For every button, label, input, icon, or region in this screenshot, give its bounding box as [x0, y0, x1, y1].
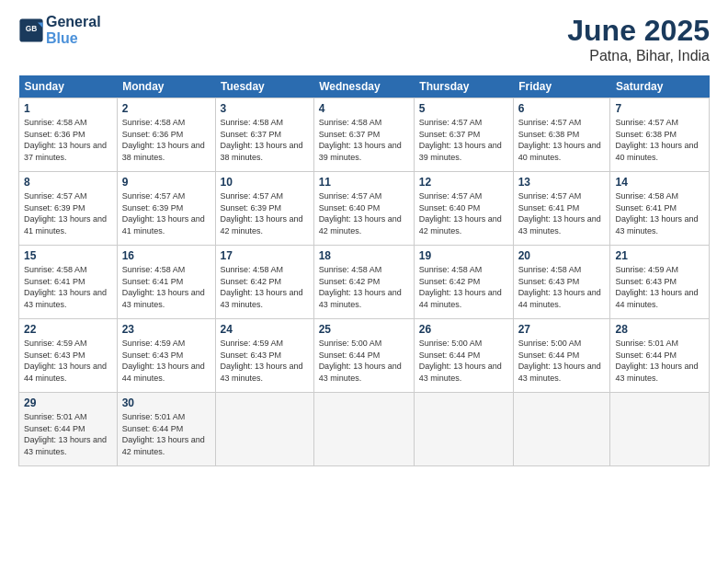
day-number: 6	[518, 102, 606, 115]
calendar-cell: 28 Sunrise: 5:01 AMSunset: 6:44 PMDaylig…	[610, 319, 710, 393]
calendar-cell: 6 Sunrise: 4:57 AMSunset: 6:38 PMDayligh…	[513, 98, 610, 172]
calendar-cell	[215, 393, 313, 466]
calendar-row-0: 1 Sunrise: 4:58 AMSunset: 6:36 PMDayligh…	[19, 98, 710, 172]
day-info: Sunrise: 4:59 AMSunset: 6:43 PMDaylight:…	[221, 338, 309, 384]
col-tuesday: Tuesday	[215, 75, 313, 98]
day-info: Sunrise: 4:57 AMSunset: 6:37 PMDaylight:…	[419, 117, 508, 163]
col-wednesday: Wednesday	[313, 75, 414, 98]
calendar-cell: 8 Sunrise: 4:57 AMSunset: 6:39 PMDayligh…	[19, 172, 118, 246]
day-number: 9	[122, 176, 210, 189]
day-number: 27	[518, 323, 606, 336]
day-info: Sunrise: 4:58 AMSunset: 6:43 PMDaylight:…	[518, 264, 606, 310]
day-number: 16	[122, 249, 210, 262]
day-number: 1	[24, 102, 112, 115]
day-info: Sunrise: 5:01 AMSunset: 6:44 PMDaylight:…	[122, 411, 210, 457]
day-number: 15	[24, 249, 112, 262]
day-number: 7	[615, 102, 704, 115]
day-info: Sunrise: 4:59 AMSunset: 6:43 PMDaylight:…	[24, 338, 112, 384]
day-number: 21	[615, 249, 704, 262]
day-number: 19	[419, 249, 508, 262]
logo: GB General Blue	[18, 14, 101, 46]
logo-icon: GB	[18, 17, 44, 43]
calendar-row-4: 29 Sunrise: 5:01 AMSunset: 6:44 PMDaylig…	[19, 393, 710, 466]
calendar-cell: 30 Sunrise: 5:01 AMSunset: 6:44 PMDaylig…	[117, 393, 215, 466]
day-number: 18	[319, 249, 409, 262]
day-info: Sunrise: 4:58 AMSunset: 6:37 PMDaylight:…	[319, 117, 409, 163]
logo-blue: Blue	[46, 30, 101, 47]
calendar-cell: 12 Sunrise: 4:57 AMSunset: 6:40 PMDaylig…	[414, 172, 513, 246]
calendar-cell: 16 Sunrise: 4:58 AMSunset: 6:41 PMDaylig…	[117, 246, 215, 319]
calendar-cell: 27 Sunrise: 5:00 AMSunset: 6:44 PMDaylig…	[513, 319, 610, 393]
calendar-row-3: 22 Sunrise: 4:59 AMSunset: 6:43 PMDaylig…	[19, 319, 710, 393]
day-info: Sunrise: 4:57 AMSunset: 6:39 PMDaylight:…	[122, 190, 210, 236]
calendar-cell: 21 Sunrise: 4:59 AMSunset: 6:43 PMDaylig…	[610, 246, 710, 319]
day-info: Sunrise: 4:57 AMSunset: 6:39 PMDaylight:…	[24, 190, 112, 236]
day-number: 3	[221, 102, 309, 115]
day-info: Sunrise: 4:58 AMSunset: 6:36 PMDaylight:…	[122, 117, 210, 163]
day-info: Sunrise: 4:58 AMSunset: 6:41 PMDaylight:…	[24, 264, 112, 310]
calendar-row-2: 15 Sunrise: 4:58 AMSunset: 6:41 PMDaylig…	[19, 246, 710, 319]
col-saturday: Saturday	[610, 75, 710, 98]
calendar-cell: 15 Sunrise: 4:58 AMSunset: 6:41 PMDaylig…	[19, 246, 118, 319]
day-info: Sunrise: 4:57 AMSunset: 6:40 PMDaylight:…	[419, 190, 508, 236]
day-info: Sunrise: 4:57 AMSunset: 6:40 PMDaylight:…	[319, 190, 409, 236]
day-number: 14	[615, 176, 704, 189]
day-number: 4	[319, 102, 409, 115]
calendar-cell: 26 Sunrise: 5:00 AMSunset: 6:44 PMDaylig…	[414, 319, 513, 393]
calendar-cell: 5 Sunrise: 4:57 AMSunset: 6:37 PMDayligh…	[414, 98, 513, 172]
day-number: 13	[518, 176, 606, 189]
day-number: 28	[615, 323, 704, 336]
day-info: Sunrise: 5:00 AMSunset: 6:44 PMDaylight:…	[419, 338, 508, 384]
day-number: 10	[221, 176, 309, 189]
day-info: Sunrise: 4:59 AMSunset: 6:43 PMDaylight:…	[615, 264, 704, 310]
day-info: Sunrise: 4:58 AMSunset: 6:42 PMDaylight:…	[419, 264, 508, 310]
calendar-cell: 29 Sunrise: 5:01 AMSunset: 6:44 PMDaylig…	[19, 393, 118, 466]
day-info: Sunrise: 4:59 AMSunset: 6:43 PMDaylight:…	[122, 338, 210, 384]
day-number: 23	[122, 323, 210, 336]
calendar-cell: 2 Sunrise: 4:58 AMSunset: 6:36 PMDayligh…	[117, 98, 215, 172]
calendar-cell	[414, 393, 513, 466]
calendar-page: GB General Blue June 2025 Patna, Bihar, …	[0, 0, 728, 563]
calendar-cell: 18 Sunrise: 4:58 AMSunset: 6:42 PMDaylig…	[313, 246, 414, 319]
calendar-cell: 17 Sunrise: 4:58 AMSunset: 6:42 PMDaylig…	[215, 246, 313, 319]
calendar-row-1: 8 Sunrise: 4:57 AMSunset: 6:39 PMDayligh…	[19, 172, 710, 246]
day-number: 29	[24, 396, 112, 409]
calendar-cell: 10 Sunrise: 4:57 AMSunset: 6:39 PMDaylig…	[215, 172, 313, 246]
calendar-title: June 2025	[567, 14, 710, 48]
calendar-cell: 19 Sunrise: 4:58 AMSunset: 6:42 PMDaylig…	[414, 246, 513, 319]
day-info: Sunrise: 4:58 AMSunset: 6:41 PMDaylight:…	[122, 264, 210, 310]
col-monday: Monday	[117, 75, 215, 98]
day-info: Sunrise: 5:01 AMSunset: 6:44 PMDaylight:…	[615, 338, 704, 384]
day-number: 20	[518, 249, 606, 262]
calendar-subtitle: Patna, Bihar, India	[567, 48, 710, 64]
day-number: 24	[221, 323, 309, 336]
day-info: Sunrise: 4:58 AMSunset: 6:36 PMDaylight:…	[24, 117, 112, 163]
day-number: 8	[24, 176, 112, 189]
day-info: Sunrise: 4:58 AMSunset: 6:42 PMDaylight:…	[221, 264, 309, 310]
day-number: 25	[319, 323, 409, 336]
day-number: 22	[24, 323, 112, 336]
day-number: 30	[122, 396, 210, 409]
day-info: Sunrise: 4:58 AMSunset: 6:41 PMDaylight:…	[615, 190, 704, 236]
day-info: Sunrise: 4:57 AMSunset: 6:41 PMDaylight:…	[518, 190, 606, 236]
calendar-cell: 22 Sunrise: 4:59 AMSunset: 6:43 PMDaylig…	[19, 319, 118, 393]
col-sunday: Sunday	[19, 75, 118, 98]
day-number: 5	[419, 102, 508, 115]
calendar-cell: 13 Sunrise: 4:57 AMSunset: 6:41 PMDaylig…	[513, 172, 610, 246]
day-info: Sunrise: 4:57 AMSunset: 6:39 PMDaylight:…	[221, 190, 309, 236]
calendar-cell: 7 Sunrise: 4:57 AMSunset: 6:38 PMDayligh…	[610, 98, 710, 172]
calendar-cell: 11 Sunrise: 4:57 AMSunset: 6:40 PMDaylig…	[313, 172, 414, 246]
svg-text:GB: GB	[26, 24, 38, 33]
calendar-cell: 1 Sunrise: 4:58 AMSunset: 6:36 PMDayligh…	[19, 98, 118, 172]
logo-general: General	[46, 14, 101, 30]
calendar-cell: 14 Sunrise: 4:58 AMSunset: 6:41 PMDaylig…	[610, 172, 710, 246]
calendar-cell: 4 Sunrise: 4:58 AMSunset: 6:37 PMDayligh…	[313, 98, 414, 172]
day-info: Sunrise: 5:01 AMSunset: 6:44 PMDaylight:…	[24, 411, 112, 457]
day-info: Sunrise: 4:58 AMSunset: 6:42 PMDaylight:…	[319, 264, 409, 310]
col-friday: Friday	[513, 75, 610, 98]
calendar-cell: 20 Sunrise: 4:58 AMSunset: 6:43 PMDaylig…	[513, 246, 610, 319]
header: GB General Blue June 2025 Patna, Bihar, …	[18, 14, 710, 64]
day-number: 17	[221, 249, 309, 262]
day-info: Sunrise: 4:58 AMSunset: 6:37 PMDaylight:…	[221, 117, 309, 163]
day-info: Sunrise: 4:57 AMSunset: 6:38 PMDaylight:…	[518, 117, 606, 163]
